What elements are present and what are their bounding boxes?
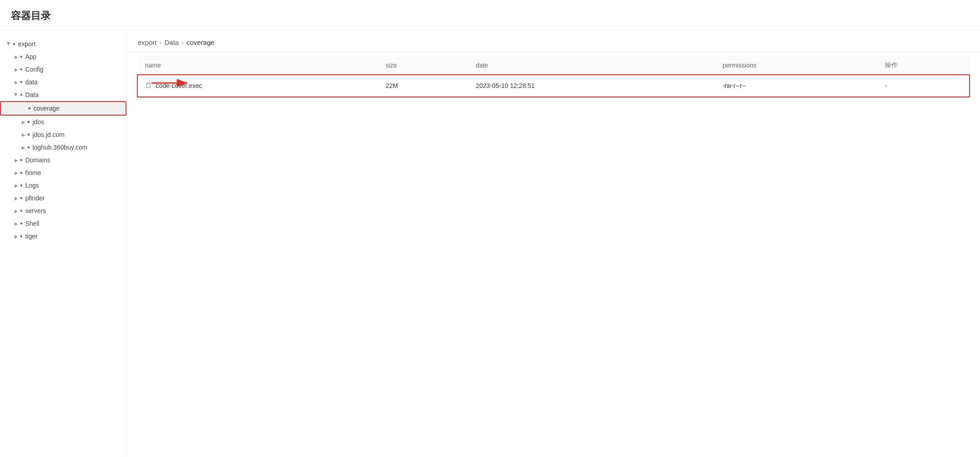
sidebar: ▶▪export▶▪App▶▪Config▶▪data▶▪Data▪covera…	[0, 30, 127, 456]
folder-icon-servers: ▪	[20, 207, 23, 215]
expand-arrow-jdos[interactable]: ▶	[20, 118, 27, 126]
table-row: 🗒code-cover.exec22M2023-05-10 12:28:51-r…	[138, 75, 969, 97]
folder-icon-tiger: ▪	[20, 232, 23, 240]
folder-icon-Config: ▪	[20, 65, 23, 73]
folder-icon-Domains: ▪	[20, 156, 23, 164]
col-permissions: permissions	[715, 56, 878, 75]
expand-arrow-Config[interactable]: ▶	[13, 66, 20, 73]
folder-icon-pfinder: ▪	[20, 194, 23, 202]
folder-icon-jdos: ▪	[27, 118, 30, 126]
expand-arrow-data[interactable]: ▶	[13, 78, 20, 86]
expand-arrow-home[interactable]: ▶	[13, 169, 20, 176]
sidebar-item-export[interactable]: ▶▪export	[0, 38, 126, 50]
expand-arrow-loghub.360buy.com[interactable]: ▶	[20, 144, 27, 151]
sidebar-label-pfinder: pfinder	[25, 194, 45, 202]
content-area: export › Data › coverage name size date …	[127, 30, 980, 456]
folder-icon-export: ▪	[13, 40, 15, 48]
file-icon: 🗒	[145, 82, 152, 90]
col-actions: 操作	[878, 56, 969, 75]
sidebar-label-loghub.360buy.com: loghub.360buy.com	[33, 144, 87, 151]
expand-arrow-export[interactable]: ▶	[5, 40, 13, 48]
sidebar-item-coverage[interactable]: ▪coverage	[0, 101, 126, 116]
cell-permissions: -rw-r--r--	[715, 75, 878, 97]
breadcrumb-export[interactable]: export	[138, 39, 157, 46]
page-title: 容器目录	[0, 0, 980, 30]
cell-name: 🗒code-cover.exec	[138, 75, 378, 97]
sidebar-label-Domains: Domains	[25, 156, 50, 164]
sidebar-label-App: App	[25, 53, 37, 60]
sidebar-item-Domains[interactable]: ▶▪Domains	[0, 154, 126, 166]
folder-icon-coverage: ▪	[28, 104, 31, 112]
folder-icon-Shell: ▪	[20, 219, 23, 228]
folder-icon-jdos.jd.com: ▪	[27, 131, 30, 139]
expand-arrow-Logs[interactable]: ▶	[13, 182, 20, 189]
expand-arrow-Data[interactable]: ▶	[13, 91, 20, 98]
sidebar-item-Shell[interactable]: ▶▪Shell	[0, 217, 126, 230]
table-header-row: name size date permissions 操作	[138, 56, 969, 75]
expand-arrow-pfinder[interactable]: ▶	[13, 194, 20, 202]
sidebar-label-data: data	[25, 78, 38, 86]
expand-arrow-servers[interactable]: ▶	[13, 207, 20, 214]
folder-icon-home: ▪	[20, 169, 23, 177]
sidebar-label-Logs: Logs	[25, 182, 39, 189]
breadcrumb: export › Data › coverage	[127, 30, 980, 52]
sidebar-item-Data[interactable]: ▶▪Data	[0, 88, 126, 101]
sidebar-label-tiger: tiger	[25, 233, 38, 240]
cell-size: 22M	[378, 75, 469, 97]
folder-icon-loghub.360buy.com: ▪	[27, 143, 30, 151]
sidebar-item-loghub.360buy.com[interactable]: ▶▪loghub.360buy.com	[0, 141, 126, 154]
expand-arrow-Domains[interactable]: ▶	[13, 156, 20, 164]
sidebar-label-Config: Config	[25, 66, 44, 73]
sidebar-label-Shell: Shell	[25, 220, 39, 227]
folder-icon-Data: ▪	[20, 91, 23, 99]
col-name: name	[138, 56, 378, 75]
cell-date: 2023-05-10 12:28:51	[469, 75, 715, 97]
col-size: size	[378, 56, 469, 75]
sidebar-label-jdos: jdos	[33, 118, 44, 126]
sidebar-label-coverage: coverage	[34, 105, 60, 112]
sidebar-item-tiger[interactable]: ▶▪tiger	[0, 230, 126, 243]
sidebar-label-servers: servers	[25, 207, 46, 214]
sidebar-item-Logs[interactable]: ▶▪Logs	[0, 179, 126, 192]
folder-icon-Logs: ▪	[20, 181, 23, 190]
folder-icon-data: ▪	[20, 78, 23, 86]
sidebar-item-jdos[interactable]: ▶▪jdos	[0, 116, 126, 128]
cell-actions[interactable]: -	[878, 75, 969, 97]
sidebar-item-servers[interactable]: ▶▪servers	[0, 204, 126, 217]
sidebar-item-jdos.jd.com[interactable]: ▶▪jdos.jd.com	[0, 128, 126, 141]
sidebar-item-pfinder[interactable]: ▶▪pfinder	[0, 192, 126, 204]
file-table: name size date permissions 操作 🗒code-cove…	[127, 52, 980, 456]
expand-arrow-App[interactable]: ▶	[13, 53, 20, 60]
sidebar-item-App[interactable]: ▶▪App	[0, 50, 126, 63]
sidebar-label-jdos.jd.com: jdos.jd.com	[33, 131, 65, 138]
sidebar-label-home: home	[25, 169, 41, 176]
sidebar-label-Data: Data	[25, 91, 39, 98]
sidebar-item-home[interactable]: ▶▪home	[0, 166, 126, 179]
file-name: code-cover.exec	[156, 82, 202, 89]
breadcrumb-coverage[interactable]: coverage	[186, 39, 214, 46]
expand-arrow-tiger[interactable]: ▶	[13, 233, 20, 240]
sidebar-label-export: export	[18, 40, 36, 48]
sidebar-item-data[interactable]: ▶▪data	[0, 76, 126, 88]
sidebar-item-Config[interactable]: ▶▪Config	[0, 63, 126, 76]
expand-arrow-jdos.jd.com[interactable]: ▶	[20, 131, 27, 138]
expand-arrow-Shell[interactable]: ▶	[13, 220, 20, 227]
col-date: date	[469, 56, 715, 75]
breadcrumb-data[interactable]: Data	[165, 39, 179, 46]
folder-icon-App: ▪	[20, 53, 23, 61]
